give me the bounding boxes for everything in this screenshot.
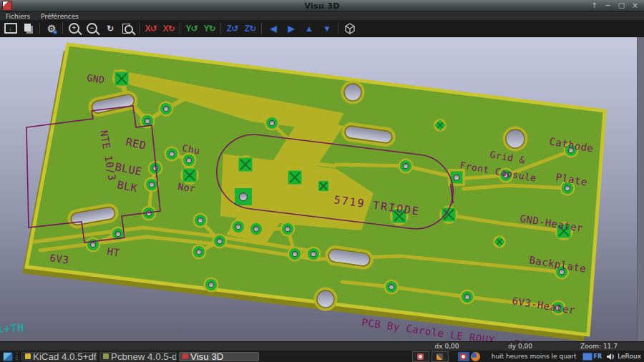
shade-button[interactable]: ↑ xyxy=(590,2,598,9)
rotate-x-cw-icon[interactable]: X↻ xyxy=(160,21,177,36)
launcher-app1[interactable] xyxy=(412,351,429,362)
launcher-app2[interactable] xyxy=(431,351,449,362)
toolbar-separator xyxy=(139,22,140,34)
window-title: Visu 3D xyxy=(0,1,644,11)
redraw-view-icon[interactable]: ↻ xyxy=(101,21,119,36)
pcb-3d-viewport[interactable]: GNDREDBLUEBLKNTE 10/3ChuNorHT6V35719 TRI… xyxy=(0,37,644,341)
move-down-icon[interactable]: ▼ xyxy=(318,21,336,36)
toolbar-separator xyxy=(39,22,40,34)
close-button[interactable]: × xyxy=(631,2,639,9)
rotate-y-cw-icon[interactable]: Y↻ xyxy=(200,21,218,36)
reload-board-icon[interactable]: ↓ xyxy=(1,21,19,36)
panel-handle xyxy=(16,353,18,361)
status-bar: dx 0,00 dy 0,00 Zoom: 11.7 xyxy=(0,341,644,351)
menu-fichiers[interactable]: Fichiers xyxy=(6,13,30,20)
keyboard-layout-label[interactable]: FR xyxy=(594,353,602,360)
window-buttons: ↑−□× xyxy=(590,2,644,9)
toolbar-separator xyxy=(338,22,338,34)
volume-icon[interactable] xyxy=(606,353,614,361)
minimize-button[interactable]: − xyxy=(604,2,612,9)
keyboard-layout-icon[interactable] xyxy=(582,353,592,361)
rotate-y-ccw-icon[interactable]: Y↺ xyxy=(182,21,200,36)
launcher-app2-icon xyxy=(436,353,443,360)
vertical-scrollbar[interactable] xyxy=(637,37,644,341)
menu-preferences[interactable]: Préférences xyxy=(41,13,79,20)
rotate-z-cw-icon[interactable]: Z↻ xyxy=(241,21,259,36)
toolbar-separator xyxy=(220,22,221,34)
app-icon xyxy=(2,1,12,11)
board-label-ht: HT xyxy=(107,245,121,258)
render-options-icon[interactable]: ⚙ xyxy=(42,21,60,36)
toolbar-separator xyxy=(62,22,63,34)
task-button-1[interactable]: KiCad 4.0.5+dfsg1-4 /hom... xyxy=(21,352,97,361)
user-menu[interactable]: LeRoux xyxy=(618,353,641,360)
title-bar: Visu 3D ↑−□× xyxy=(0,0,644,12)
ortho-view-icon[interactable] xyxy=(341,21,358,36)
rotate-z-ccw-icon[interactable]: Z↺ xyxy=(223,21,241,36)
move-right-icon[interactable]: ▶ xyxy=(282,21,300,36)
copy-image-icon[interactable] xyxy=(19,21,37,36)
rotate-x-ccw-icon[interactable]: X↺ xyxy=(142,21,160,36)
move-left-icon[interactable]: ◀ xyxy=(264,21,282,36)
zoom-in-icon[interactable]: + xyxy=(65,21,83,36)
kicad-tray-button[interactable] xyxy=(458,352,469,361)
task-button-3[interactable]: Visu 3D xyxy=(179,352,259,361)
status-dy: dy 0,00 xyxy=(481,343,560,350)
status-dx: dx 0,00 xyxy=(413,343,481,350)
board-label-mirror: ⊥+TH xyxy=(0,321,24,336)
launcher-app1-icon xyxy=(417,353,424,360)
fuzzy-clock[interactable]: huit heures moins le quart xyxy=(492,353,577,360)
maximize-button[interactable]: □ xyxy=(618,2,625,9)
task-button-2[interactable]: Pcbnew 4.0.5-dfsg1-4 /ho... xyxy=(99,352,177,361)
firefox-tray-icon[interactable] xyxy=(471,352,480,361)
pcb-3d-view: GNDREDBLUEBLKNTE 10/3ChuNorHT6V35719 TRI… xyxy=(0,37,637,341)
menu-bar: Fichiers Préférences xyxy=(0,12,644,20)
toolbar-separator xyxy=(261,22,262,34)
zoom-out-icon[interactable]: − xyxy=(83,21,101,36)
move-up-icon[interactable]: ▲ xyxy=(300,21,318,36)
kicad-tray-icon xyxy=(460,353,467,360)
toolbar: ↓⚙+−↻X↺X↻Y↺Y↻Z↺Z↻◀▶▲▼ xyxy=(0,20,644,37)
taskbar: KiCad 4.0.5+dfsg1-4 /hom...Pcbnew 4.0.5-… xyxy=(0,351,644,362)
toolbar-separator xyxy=(180,22,180,34)
task-list: KiCad 4.0.5+dfsg1-4 /hom...Pcbnew 4.0.5-… xyxy=(21,352,261,361)
status-zoom: Zoom: 11.7 xyxy=(560,343,638,350)
zoom-fit-icon[interactable] xyxy=(119,21,137,36)
applications-menu-icon[interactable] xyxy=(3,352,13,361)
